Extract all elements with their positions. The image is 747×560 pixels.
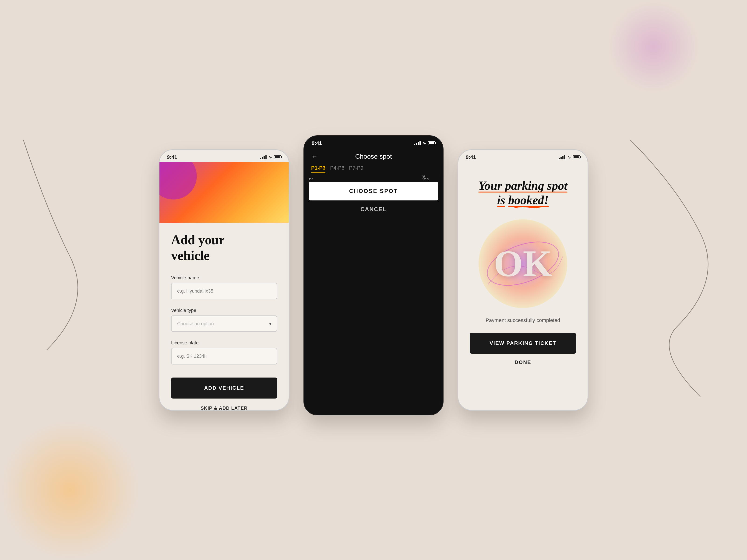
- view-ticket-button[interactable]: VIEW PARKING TICKET: [470, 333, 576, 354]
- vehicle-type-select-wrapper: Choose an option Car SUV Motorcycle ▾: [171, 316, 277, 332]
- screen2-tabs: P1-P3 P4-P6 P7-P9: [304, 163, 443, 175]
- screen2-battery-icon: [428, 141, 435, 145]
- back-button[interactable]: ←: [311, 153, 318, 160]
- battery-icon: [274, 155, 281, 159]
- vehicle-type-select[interactable]: Choose an option Car SUV Motorcycle: [171, 316, 277, 332]
- screen3-phone: 9:41 ∿ Your parking spot is booked: [458, 149, 588, 411]
- license-plate-input[interactable]: [171, 348, 277, 365]
- screen2-status-icons: ∿: [414, 141, 435, 146]
- screen3-signal-icon: [559, 155, 565, 159]
- vehicle-name-label: Vehicle name: [171, 275, 277, 281]
- screen1-time: 9:41: [167, 154, 177, 160]
- booked-title: Your parking spot is booked!: [478, 179, 567, 208]
- screen2-header: ← Choose spot: [304, 148, 443, 163]
- screen2-phone: 9:41 ∿ ← Choose spot P1-P3 P4-P: [304, 135, 443, 415]
- screen2-wifi-icon: ∿: [422, 141, 426, 146]
- ok-container: OK: [479, 219, 567, 308]
- screen3-battery-icon: [573, 155, 580, 159]
- screen2-title: Choose spot: [355, 153, 392, 160]
- screen1-status-bar: 9:41 ∿: [159, 150, 289, 162]
- screen3-wifi-icon: ∿: [567, 155, 571, 160]
- vehicle-name-input[interactable]: [171, 283, 277, 299]
- screen3-status-icons: ∿: [559, 155, 580, 160]
- vehicle-name-group: Vehicle name: [171, 275, 277, 299]
- vehicle-type-group: Vehicle type Choose an option Car SUV Mo…: [171, 308, 277, 332]
- bg-gradient-left: [0, 420, 140, 560]
- tab-p7-p9[interactable]: P7-P9: [349, 165, 363, 173]
- cancel-button[interactable]: CANCEL: [304, 202, 443, 216]
- screen1-title: Add your vehicle: [171, 232, 277, 263]
- booked-highlight: booked!: [508, 193, 548, 208]
- ok-text: OK: [494, 242, 552, 285]
- screen2-time: 9:41: [312, 140, 322, 146]
- screen1-form-area: Add your vehicle Vehicle name Vehicle ty…: [159, 223, 289, 411]
- tab-p4-p6[interactable]: P4-P6: [330, 165, 344, 173]
- add-vehicle-button[interactable]: ADD VEHICLE: [171, 377, 277, 399]
- screens-container: 9:41 ∿ Add your vehicle: [159, 145, 588, 415]
- skip-add-later-link[interactable]: SKIP & ADD LATER: [171, 405, 277, 411]
- screen3-time: 9:41: [466, 154, 476, 160]
- p1-label: P1: [309, 178, 314, 180]
- signal-icon: [260, 155, 266, 159]
- license-plate-label: License plate: [171, 340, 277, 346]
- license-plate-group: License plate: [171, 340, 277, 365]
- screen1-phone: 9:41 ∿ Add your vehicle: [159, 149, 289, 411]
- payment-text: Payment successfully completed: [486, 317, 560, 323]
- parking-map: 4 parking spots available P1: [304, 175, 443, 180]
- availability-badge: 4 parking spots available: [421, 175, 426, 180]
- underline-svg: [508, 206, 548, 209]
- screen1-status-icons: ∿: [260, 155, 281, 160]
- bg-gradient-right: [607, 0, 700, 93]
- screen2-signal-icon: [414, 141, 421, 145]
- done-link[interactable]: DONE: [515, 359, 531, 365]
- screen3-content: Your parking spot is booked! OK Pa: [458, 162, 588, 408]
- choose-spot-button[interactable]: CHOOSE SPOT: [309, 182, 438, 201]
- vehicle-type-label: Vehicle type: [171, 308, 277, 313]
- wifi-icon: ∿: [268, 155, 272, 160]
- screen1-header-gradient: [159, 162, 289, 223]
- tab-p1-p3[interactable]: P1-P3: [311, 165, 326, 173]
- screen3-status-bar: 9:41 ∿: [458, 150, 588, 162]
- screen2-status-bar: 9:41 ∿: [304, 136, 443, 148]
